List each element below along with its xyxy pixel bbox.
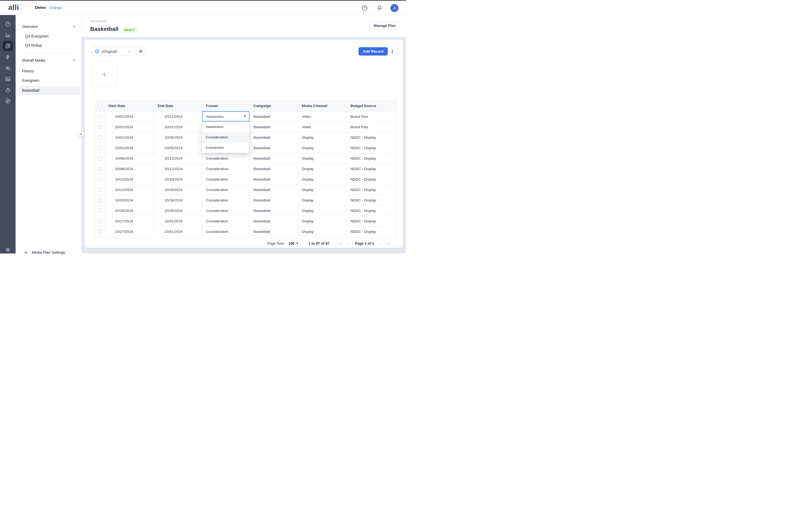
sidebar-item-q4-rollup[interactable]: Q4 Rollup bbox=[15, 41, 81, 49]
start-date-cell[interactable]: 10/06/2024 bbox=[104, 164, 154, 174]
row-checkbox[interactable] bbox=[98, 209, 102, 213]
column-header-end-date[interactable]: End Date bbox=[154, 100, 202, 111]
add-record-button[interactable]: Add Record bbox=[358, 47, 388, 56]
campaign-cell[interactable]: Basketball bbox=[250, 153, 298, 163]
funnel-cell[interactable]: Consideration bbox=[202, 206, 250, 216]
rail-item-shopping[interactable] bbox=[3, 85, 13, 95]
sidebar-item-q4-evergreen[interactable]: Q4 Evergreen bbox=[15, 32, 81, 40]
column-header-funnel[interactable]: Funnel bbox=[202, 100, 250, 111]
column-header-media-channel[interactable]: Media Channel bbox=[298, 100, 347, 111]
campaign-cell[interactable]: Basketball bbox=[250, 216, 298, 226]
end-date-cell[interactable]: 10/21/2024 bbox=[154, 111, 202, 121]
rail-item-settings[interactable] bbox=[0, 247, 15, 253]
media-channel-cell[interactable]: Display bbox=[298, 174, 347, 184]
end-date-cell[interactable]: 10/31/2024 bbox=[154, 216, 202, 226]
row-checkbox[interactable] bbox=[98, 177, 102, 181]
budget-source-cell[interactable]: NDDC - Display bbox=[347, 153, 397, 163]
media-plan-settings-button[interactable]: Media Plan Settings bbox=[15, 247, 82, 253]
end-date-cell[interactable]: 10/12/2024 bbox=[154, 164, 202, 174]
start-date-cell[interactable]: 10/27/2024 bbox=[104, 226, 154, 237]
grid-settings-button[interactable] bbox=[137, 47, 145, 56]
sidebar-item-overall-media[interactable]: Overall Media bbox=[15, 56, 81, 64]
row-checkbox[interactable] bbox=[98, 156, 102, 160]
row-checkbox[interactable] bbox=[98, 146, 102, 150]
budget-source-cell[interactable]: NDDC - Display bbox=[347, 226, 397, 237]
funnel-cell[interactable]: Consideration bbox=[202, 174, 250, 184]
start-date-cell[interactable]: 10/13/2024 bbox=[104, 174, 154, 184]
campaign-cell[interactable]: Basketball bbox=[250, 122, 298, 132]
media-channel-cell[interactable]: Display bbox=[298, 132, 347, 143]
rail-item-creative[interactable] bbox=[3, 74, 13, 84]
row-checkbox[interactable] bbox=[98, 135, 102, 139]
column-header-budget-source[interactable]: Budget Source bbox=[347, 100, 397, 111]
version-select[interactable]: (Original) bbox=[92, 47, 134, 56]
end-date-cell[interactable]: 10/19/2024 bbox=[154, 174, 202, 184]
start-date-cell[interactable]: 10/06/2024 bbox=[104, 153, 154, 163]
campaign-cell[interactable]: Basketball bbox=[250, 164, 298, 174]
end-date-cell[interactable]: 10/05/2024 bbox=[154, 143, 202, 153]
row-checkbox[interactable] bbox=[98, 188, 102, 192]
budget-source-cell[interactable]: NDDC - Display bbox=[347, 164, 397, 174]
end-date-cell[interactable]: 10/05/2024 bbox=[154, 132, 202, 143]
media-channel-cell[interactable]: Video bbox=[298, 111, 347, 121]
rail-item-explore[interactable] bbox=[3, 96, 13, 106]
funnel-cell-open-select[interactable]: Awareness bbox=[202, 111, 250, 121]
select-all-checkbox[interactable] bbox=[98, 104, 102, 108]
rail-item-activation[interactable] bbox=[3, 52, 13, 62]
budget-source-cell[interactable]: Brand Flex bbox=[347, 111, 397, 121]
row-checkbox[interactable] bbox=[98, 230, 102, 234]
start-date-cell[interactable]: 10/20/2024 bbox=[104, 206, 154, 216]
sidebar-item-overview[interactable]: Overview bbox=[15, 22, 81, 31]
media-channel-cell[interactable]: Display bbox=[298, 143, 347, 153]
funnel-option-awareness[interactable]: Awareness bbox=[202, 121, 249, 132]
campaign-cell[interactable]: Basketball bbox=[250, 111, 298, 121]
end-date-cell[interactable]: 10/12/2024 bbox=[154, 153, 202, 163]
budget-source-cell[interactable]: NDDC - Display bbox=[347, 195, 397, 205]
budget-source-cell[interactable]: NDDC - Display bbox=[347, 216, 397, 226]
row-checkbox[interactable] bbox=[98, 115, 102, 119]
campaign-cell[interactable]: Basketball bbox=[250, 226, 298, 237]
row-checkbox[interactable] bbox=[98, 219, 102, 223]
budget-source-cell[interactable]: NDDC - Display bbox=[347, 206, 397, 216]
next-page-icon[interactable] bbox=[378, 241, 383, 246]
funnel-cell[interactable]: Consideration bbox=[202, 216, 250, 226]
media-channel-cell[interactable]: Display bbox=[298, 216, 347, 226]
start-date-cell[interactable]: 10/01/2024 bbox=[104, 132, 154, 143]
funnel-cell[interactable]: Consideration bbox=[202, 153, 250, 163]
row-checkbox[interactable] bbox=[98, 125, 102, 129]
end-date-cell[interactable]: 10/31/2024 bbox=[154, 226, 202, 237]
media-channel-cell[interactable]: Display bbox=[298, 226, 347, 237]
campaign-cell[interactable]: Basketball bbox=[250, 184, 298, 195]
sidebar-item-basketball[interactable]: Basketball bbox=[19, 86, 80, 95]
row-checkbox[interactable] bbox=[98, 198, 102, 202]
start-date-cell[interactable]: 10/01/2024 bbox=[104, 111, 154, 121]
page-size-select[interactable]: 100 bbox=[288, 241, 298, 245]
sidebar-collapse-button[interactable] bbox=[78, 131, 84, 137]
funnel-cell[interactable]: Consideration bbox=[202, 195, 250, 205]
manage-plan-button[interactable]: Manage Plan bbox=[369, 21, 400, 30]
budget-source-cell[interactable]: NDDC - Display bbox=[347, 132, 397, 143]
rail-item-dashboard[interactable] bbox=[3, 19, 13, 29]
media-channel-cell[interactable]: Display bbox=[298, 206, 347, 216]
rail-item-media-plans[interactable] bbox=[3, 41, 13, 51]
campaign-cell[interactable]: Basketball bbox=[250, 206, 298, 216]
media-channel-cell[interactable]: Display bbox=[298, 184, 347, 195]
column-header-start-date[interactable]: Start Date bbox=[104, 100, 154, 111]
rail-item-reports[interactable] bbox=[3, 30, 13, 40]
media-channel-cell[interactable]: Display bbox=[298, 195, 347, 205]
last-page-icon[interactable] bbox=[386, 241, 391, 246]
funnel-cell[interactable]: Consideration bbox=[202, 164, 250, 174]
end-date-cell[interactable]: 10/26/2024 bbox=[154, 195, 202, 205]
budget-source-cell[interactable]: NDDC - Display bbox=[347, 184, 397, 195]
notifications-bell-icon[interactable] bbox=[376, 5, 383, 11]
previous-page-icon[interactable] bbox=[346, 241, 351, 246]
change-workspace-link[interactable]: Change bbox=[49, 6, 62, 10]
more-options-kebab-icon[interactable] bbox=[391, 49, 394, 54]
add-version-card[interactable] bbox=[92, 62, 117, 87]
budget-source-cell[interactable]: Brand Flex bbox=[347, 122, 397, 132]
start-date-cell[interactable]: 10/13/2024 bbox=[104, 184, 154, 195]
sidebar-item-evergreen[interactable]: Evergreen bbox=[15, 76, 81, 84]
funnel-option-conversion[interactable]: Conversion bbox=[202, 143, 249, 153]
end-date-cell[interactable]: 10/26/2024 bbox=[154, 206, 202, 216]
row-checkbox[interactable] bbox=[98, 167, 102, 171]
